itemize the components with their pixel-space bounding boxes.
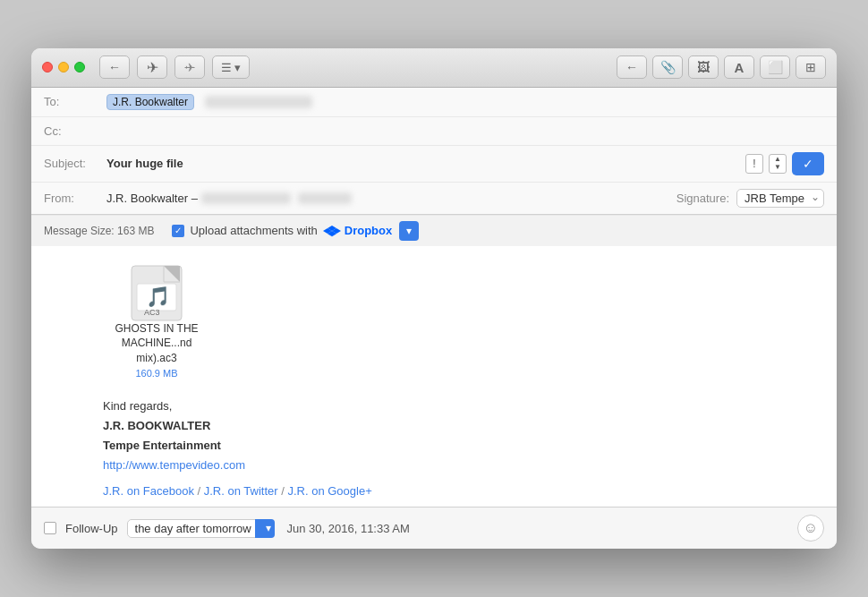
dropbox-label: Dropbox <box>345 224 392 237</box>
from-email-blurred <box>201 192 291 204</box>
attachment-area: 🎵 AC3 GHOSTS IN THE MACHINE...nd mix).ac… <box>103 264 210 379</box>
checkmark-icon: ✓ <box>803 157 813 171</box>
maximize-button[interactable] <box>74 62 85 72</box>
upload-checkbox[interactable]: ✓ <box>172 225 184 237</box>
social-links: J.R. on Facebook / J.R. on Twitter / J.R… <box>103 484 819 498</box>
font-button[interactable]: A <box>724 55 754 79</box>
attachment-filename: GHOSTS IN THE MACHINE...nd mix).ac3 <box>103 321 210 366</box>
recipient-email-blurred <box>205 96 312 108</box>
emoji-button[interactable]: ☺ <box>797 515 824 542</box>
stepper-down-icon: ▼ <box>774 164 781 171</box>
followup-bar: Follow-Up the day after tomorrow ▾ Jun 3… <box>31 507 837 549</box>
stepper-button[interactable]: ▲ ▼ <box>769 154 787 174</box>
minimize-button[interactable] <box>58 62 69 72</box>
website-link[interactable]: http://www.tempevideo.com <box>103 458 245 472</box>
svg-text:AC3: AC3 <box>144 308 160 317</box>
facebook-link[interactable]: J.R. on Facebook <box>103 484 194 498</box>
cc-row: Cc: <box>31 117 837 146</box>
window-icon: ⬜ <box>768 60 783 74</box>
confirm-button[interactable]: ✓ <box>792 152 824 175</box>
from-row: From: J.R. Bookwalter – Signature: JRB T… <box>31 183 837 214</box>
followup-checkbox[interactable] <box>44 522 56 534</box>
list-button[interactable]: ⊞ <box>796 55 826 79</box>
followup-select-wrap: the day after tomorrow ▾ <box>127 519 275 538</box>
message-size-row: Message Size: 163 MB ✓ Upload attachment… <box>31 215 837 246</box>
email-compose-window: ← ✈ ✈ ☰ ▾ ← 📎 🖼 A ⬜ <box>31 48 837 550</box>
back-button[interactable]: ← <box>99 55 130 79</box>
exclaim-icon: ! <box>753 158 755 170</box>
from-name: J.R. Bookwalter – <box>106 192 198 205</box>
from-label: From: <box>44 192 106 205</box>
followup-date-select[interactable]: the day after tomorrow <box>127 519 275 538</box>
message-size-label: Message Size: 163 MB <box>44 225 154 237</box>
attach-button[interactable]: 📎 <box>652 55 683 79</box>
googleplus-link[interactable]: J.R. on Google+ <box>287 484 371 498</box>
dropbox-icon <box>323 222 341 240</box>
strikethrough-icon: ✈ <box>185 61 195 74</box>
emoji-icon: ☺ <box>804 520 818 536</box>
send-button[interactable]: ✈ <box>137 55 167 79</box>
nav-back-icon: ← <box>625 60 638 74</box>
attach-icon: 📎 <box>660 60 676 74</box>
subject-controls: ! ▲ ▼ ✓ <box>745 152 824 175</box>
photo-icon: 🖼 <box>697 60 710 74</box>
separator1: / <box>198 484 204 498</box>
titlebar: ← ✈ ✈ ☰ ▾ ← 📎 🖼 A ⬜ <box>31 48 837 88</box>
dropbox-badge: Dropbox <box>323 222 392 240</box>
attachment-size: 160.9 MB <box>135 368 177 379</box>
followup-datetime: Jun 30, 2016, 11:33 AM <box>287 522 410 535</box>
checkmark-icon: ✓ <box>174 226 182 235</box>
email-body[interactable]: 🎵 AC3 GHOSTS IN THE MACHINE...nd mix).ac… <box>31 246 837 507</box>
signature-label: Signature: <box>677 192 729 205</box>
nav-back-button[interactable]: ← <box>617 55 647 79</box>
recipient-tag[interactable]: J.R. Bookwalter <box>106 94 194 110</box>
cc-label: Cc: <box>44 124 106 138</box>
sig-line1: Kind regards, <box>103 397 819 416</box>
dropdown-arrow-icon: ▾ <box>406 225 412 237</box>
to-label: To: <box>44 95 106 108</box>
attachment-icon: 🎵 AC3 <box>130 264 183 318</box>
to-field[interactable]: J.R. Bookwalter <box>106 94 824 110</box>
sig-line2: J.R. BOOKWALTER <box>103 416 819 436</box>
list-icon: ⊞ <box>805 60 816 74</box>
format-button[interactable]: ☰ ▾ <box>212 55 250 79</box>
strikethrough-button[interactable]: ✈ <box>174 55 205 79</box>
from-email-blurred2 <box>298 192 352 204</box>
stepper-up-icon: ▲ <box>774 156 781 163</box>
window-button[interactable]: ⬜ <box>760 55 790 79</box>
followup-label: Follow-Up <box>65 522 118 535</box>
dropbox-dropdown-button[interactable]: ▾ <box>399 221 419 241</box>
twitter-link[interactable]: J.R. on Twitter <box>204 484 278 498</box>
subject-row: Subject: Your huge file ! ▲ ▼ ✓ <box>31 146 837 183</box>
file-icon: 🎵 AC3 <box>130 264 183 322</box>
photo-button[interactable]: 🖼 <box>688 55 719 79</box>
svg-text:🎵: 🎵 <box>146 285 171 309</box>
signature-select[interactable]: JRB Tempe <box>736 189 824 208</box>
back-icon: ← <box>108 60 121 74</box>
traffic-lights <box>42 62 85 72</box>
upload-label: Upload attachments with <box>190 224 317 237</box>
header-fields: To: J.R. Bookwalter Cc: Subject: Your hu… <box>31 88 837 215</box>
titlebar-right: ← 📎 🖼 A ⬜ ⊞ <box>617 55 826 79</box>
format-icon: ☰ ▾ <box>221 61 242 74</box>
signature-select-wrapper: JRB Tempe <box>736 189 824 208</box>
email-signature: Kind regards, J.R. BOOKWALTER Tempe Ente… <box>103 397 819 475</box>
signature-area: Signature: JRB Tempe <box>677 189 824 208</box>
send-icon: ✈ <box>147 59 158 76</box>
upload-checkbox-wrap: ✓ Upload attachments with Dropbox ▾ <box>172 221 419 241</box>
font-icon: A <box>735 60 745 75</box>
close-button[interactable] <box>42 62 53 72</box>
subject-label: Subject: <box>44 157 106 170</box>
subject-value[interactable]: Your huge file <box>106 157 745 170</box>
priority-button[interactable]: ! <box>745 154 763 174</box>
sig-line3: Tempe Entertainment <box>103 436 819 456</box>
to-row: To: J.R. Bookwalter <box>31 88 837 117</box>
